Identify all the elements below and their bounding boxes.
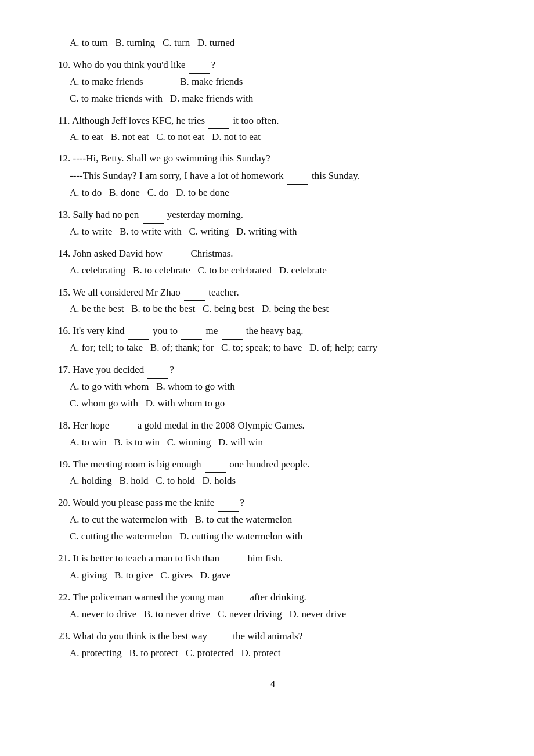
- q13-question: 13. Sally had no pen yesterday morning.: [58, 206, 488, 224]
- q23-block: 23. What do you think is the best way th…: [58, 628, 488, 662]
- q11-block: 11. Although Jeff loves KFC, he tries it…: [58, 112, 488, 146]
- q10-question: 10. Who do you think you'd like ?: [58, 56, 488, 74]
- q10-blank: [189, 56, 210, 74]
- q22-block: 22. The policeman warned the young man a…: [58, 589, 488, 623]
- q18-blank: [113, 417, 134, 434]
- q11-blank: [208, 112, 229, 129]
- q13-blank: [143, 206, 164, 224]
- q16-block: 16. It's very kind you to me the heavy b…: [58, 322, 488, 357]
- q13-options: A. to write B. to write with C. writing …: [70, 224, 488, 240]
- q18-question: 18. Her hope a gold medal in the 2008 Ol…: [58, 417, 488, 434]
- q23-options: A. protecting B. to protect C. protected…: [70, 645, 488, 662]
- q9-options: A. to turn B. turning C. turn D. turned: [70, 35, 488, 52]
- q22-blank: [225, 589, 246, 606]
- q14-block: 14. John asked David how Christmas. A. c…: [58, 245, 488, 279]
- q10-options-2: C. to make friends with D. make friends …: [70, 91, 488, 107]
- q21-question: 21. It is better to teach a man to fish …: [58, 550, 488, 567]
- q16-blank3: [222, 322, 243, 340]
- page-number: 4: [58, 679, 488, 689]
- q17-options-1: A. to go with whom B. whom to go with: [70, 379, 488, 395]
- q21-block: 21. It is better to teach a man to fish …: [58, 550, 488, 584]
- q19-block: 19. The meeting room is big enough one h…: [58, 456, 488, 490]
- q16-blank1: [128, 322, 149, 340]
- q14-blank: [166, 245, 187, 262]
- q19-options: A. holding B. hold C. to hold D. holds: [70, 473, 488, 489]
- q12-block: 12. ----Hi, Betty. Shall we go swimming …: [58, 150, 488, 201]
- q16-question: 16. It's very kind you to me the heavy b…: [58, 322, 488, 340]
- q9-options-block: A. to turn B. turning C. turn D. turned: [58, 35, 488, 52]
- exam-content: A. to turn B. turning C. turn D. turned …: [58, 35, 488, 661]
- q12-question-1: 12. ----Hi, Betty. Shall we go swimming …: [58, 150, 488, 167]
- q14-question: 14. John asked David how Christmas.: [58, 245, 488, 262]
- q20-block: 20. Would you please pass me the knife ?…: [58, 494, 488, 545]
- q19-question: 19. The meeting room is big enough one h…: [58, 456, 488, 473]
- q12-options: A. to do B. done C. do D. to be done: [70, 185, 488, 201]
- q17-question: 17. Have you decided ?: [58, 361, 488, 379]
- q21-options: A. giving B. to give C. gives D. gave: [70, 567, 488, 584]
- q20-question: 20. Would you please pass me the knife ?: [58, 494, 488, 512]
- q18-options: A. to win B. is to win C. winning D. wil…: [70, 434, 488, 451]
- q15-blank: [184, 284, 205, 301]
- q23-blank: [211, 628, 232, 645]
- q22-question: 22. The policeman warned the young man a…: [58, 589, 488, 606]
- q12-blank: [287, 167, 308, 185]
- q10-block: 10. Who do you think you'd like ? A. to …: [58, 56, 488, 107]
- q13-block: 13. Sally had no pen yesterday morning. …: [58, 206, 488, 240]
- q21-blank: [223, 550, 244, 567]
- q20-options-1: A. to cut the watermelon with B. to cut …: [70, 512, 488, 528]
- q16-options: A. for; tell; to take B. of; thank; for …: [70, 340, 488, 357]
- q22-options: A. never to drive B. to never drive C. n…: [70, 606, 488, 623]
- q20-blank: [218, 494, 239, 512]
- q10-options-1: A. to make friends B. make friends: [70, 74, 488, 91]
- q15-options: A. be the best B. to be the best C. bein…: [70, 301, 488, 318]
- q16-blank2: [181, 322, 202, 340]
- q15-block: 15. We all considered Mr Zhao teacher. A…: [58, 284, 488, 318]
- q17-block: 17. Have you decided ? A. to go with who…: [58, 361, 488, 412]
- q17-options-2: C. whom go with D. with whom to go: [70, 395, 488, 412]
- q18-block: 18. Her hope a gold medal in the 2008 Ol…: [58, 417, 488, 451]
- q19-blank: [205, 456, 226, 473]
- q12-question-2: ----This Sunday? I am sorry, I have a lo…: [70, 167, 488, 185]
- q15-question: 15. We all considered Mr Zhao teacher.: [58, 284, 488, 301]
- q11-question: 11. Although Jeff loves KFC, he tries it…: [58, 112, 488, 129]
- q14-options: A. celebrating B. to celebrate C. to be …: [70, 262, 488, 279]
- q11-options: A. to eat B. not eat C. to not eat D. no…: [70, 129, 488, 146]
- q23-question: 23. What do you think is the best way th…: [58, 628, 488, 645]
- q20-options-2: C. cutting the watermelon D. cutting the…: [70, 528, 488, 545]
- q17-blank: [147, 361, 168, 379]
